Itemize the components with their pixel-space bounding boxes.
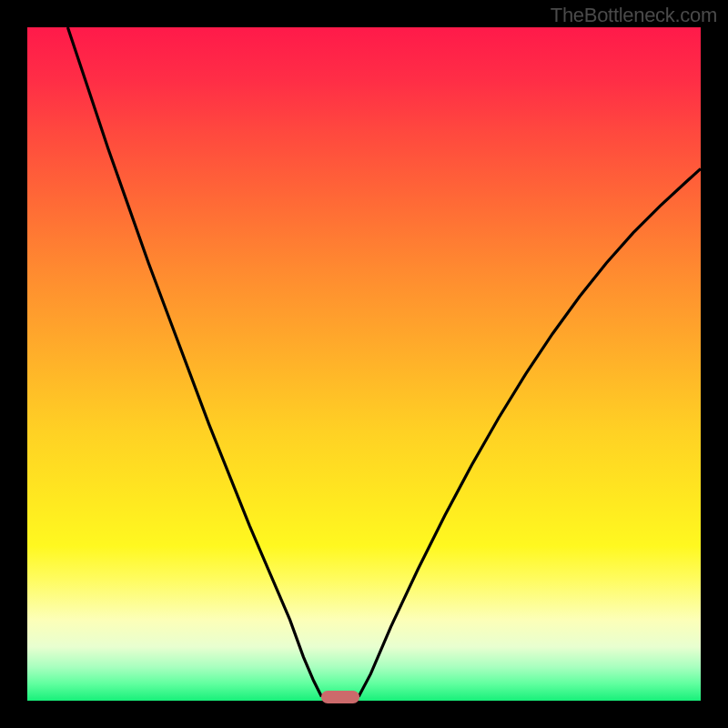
- left-curve: [67, 27, 321, 697]
- right-curve: [359, 168, 701, 696]
- curves-svg: [27, 27, 701, 701]
- plot-area: [27, 27, 701, 701]
- bottleneck-marker: [321, 691, 359, 703]
- watermark-text: TheBottleneck.com: [551, 4, 717, 27]
